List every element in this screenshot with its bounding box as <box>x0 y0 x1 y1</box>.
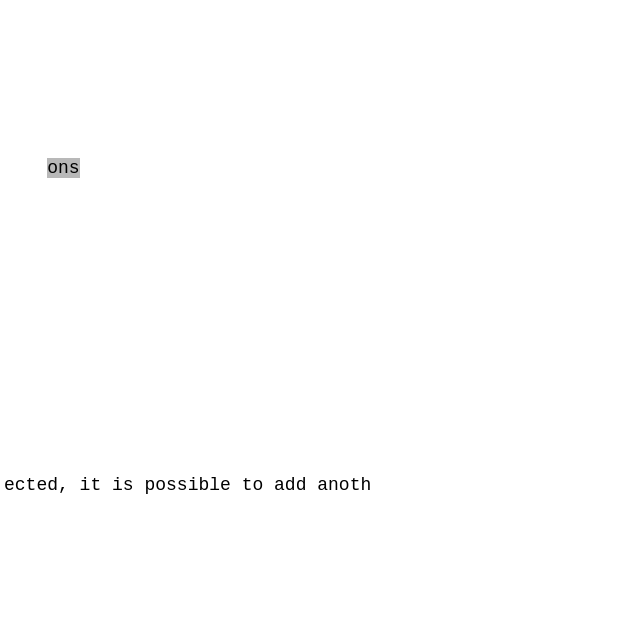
text-editor-content: ons ected, it is possible to add anoth l… <box>0 0 640 640</box>
line-4: licking its start point and movin <box>0 615 640 640</box>
line-blank <box>0 327 640 356</box>
line-3: ected, it is possible to add anoth <box>0 471 640 500</box>
line-1-highlighted: ons <box>47 158 79 178</box>
line-1: ons <box>0 125 640 211</box>
